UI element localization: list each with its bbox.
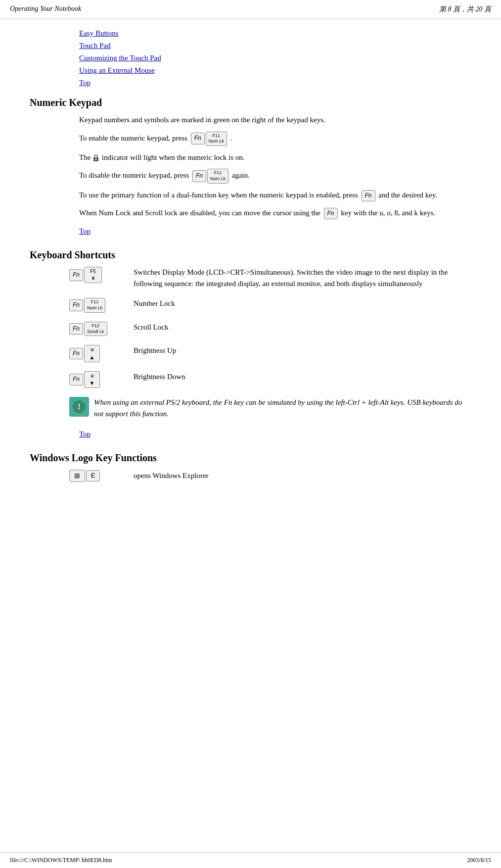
fn-key-cursor: Fn (324, 208, 338, 220)
header-page: 第 8 頁，共 20 頁 (439, 5, 491, 14)
shortcut-scroll-lock: Fn F12Scroll Lk Scroll Lock (69, 322, 471, 336)
f11-numlock-key: F11Num Lk (206, 132, 227, 146)
header: Operating Your Notebook 第 8 頁，共 20 頁 (0, 0, 501, 19)
footer: file:///C:\WINDOWS\TEMP\ hh0ED8.htm 2003… (0, 852, 501, 868)
shortcut-brightness-up: Fn ✳▲ Brightness Up (69, 345, 471, 362)
shortcut-scrolllock-keys: Fn F12Scroll Lk (69, 322, 129, 336)
note-icon: ! (69, 397, 89, 417)
shortcut-scrolllock-desc: Scroll Lock (134, 322, 168, 333)
numeric-keypad-para3: The indicator will light when the numeri… (79, 152, 471, 163)
fn-key-3: Fn (362, 190, 375, 202)
numeric-keypad-para5: To use the primary function of a dual-fu… (79, 190, 471, 201)
fn-f11-key-disable: Fn F11Num Lk (192, 169, 228, 183)
toc-link-touch-pad[interactable]: Touch Pad (79, 42, 471, 50)
top-link-keyboard[interactable]: Top (79, 430, 91, 438)
toc-link-top-1[interactable]: Top (79, 79, 471, 87)
fn-key-2: Fn (192, 170, 206, 182)
numeric-keypad-section: Numeric Keypad Keypad numbers and symbol… (30, 97, 471, 240)
f11-numlock-key-2: F11Num Lk (207, 169, 228, 183)
keyboard-note-row: ! When using an external PS/2 keyboard, … (69, 397, 471, 419)
shortcut-display-mode: Fn F5🖥 Switches Display Mode (LCD->CRT->… (69, 267, 471, 289)
shortcut-display-desc: Switches Display Mode (LCD->CRT->Simulta… (134, 267, 471, 289)
shortcut-numlock-keys: Fn F11Num Lk (69, 298, 129, 312)
numeric-keypad-title: Numeric Keypad (30, 97, 471, 108)
numeric-keypad-para6: When Num Lock and Scroll lock are disabl… (79, 207, 471, 219)
fn-key-s4: Fn (69, 348, 83, 360)
footer-date: 2003/8/15 (467, 857, 491, 864)
e-key: E (86, 470, 100, 482)
f5-key: F5🖥 (84, 267, 102, 283)
lock-icon (92, 154, 99, 162)
svg-text:!: ! (78, 402, 80, 411)
shortcut-bup-desc: Brightness Up (134, 345, 176, 356)
shortcut-brightness-down: Fn ✳▼ Brightness Down (69, 371, 471, 388)
numeric-keypad-para2: To enable the numeric keypad, press Fn F… (79, 132, 471, 146)
shortcut-display-keys: Fn F5🖥 (69, 267, 129, 283)
fn-key-img: Fn (362, 190, 375, 202)
fn-key-s5: Fn (69, 374, 83, 386)
shortcut-num-lock: Fn F11Num Lk Number Lock (69, 298, 471, 312)
fn-key: Fn (191, 133, 205, 145)
brightness-down-key: ✳▼ (84, 371, 100, 388)
windows-logo-title: Windows Logo Key Functions (30, 452, 471, 464)
fn-f11-key-enable: Fn F11Num Lk (191, 132, 227, 146)
shortcut-bup-keys: Fn ✳▲ (69, 345, 129, 362)
footer-path: file:///C:\WINDOWS\TEMP\ hh0ED8.htm (10, 857, 112, 864)
f12-key: F12Scroll Lk (84, 322, 107, 336)
toc-link-external-mouse[interactable]: Using an External Mouse (79, 66, 471, 75)
keyboard-shortcuts-section: Keyboard Shortcuts Fn F5🖥 Switches Displ… (30, 249, 471, 442)
windows-key: ⊞ (69, 470, 85, 482)
toc-link-easy-buttons[interactable]: Easy Buttons (79, 29, 471, 38)
toc-links: Easy Buttons Touch Pad Customizing the T… (79, 29, 471, 87)
fn-key-4: Fn (324, 208, 338, 220)
fn-key-s2: Fn (69, 299, 83, 311)
f11-key-s2: F11Num Lk (84, 298, 105, 312)
numeric-keypad-para1: Keypad numbers and symbols are marked in… (79, 114, 471, 126)
shortcut-bdown-keys: Fn ✳▼ (69, 371, 129, 388)
fn-key-s1: Fn (69, 269, 83, 281)
header-title: Operating Your Notebook (10, 5, 81, 14)
shortcut-bdown-desc: Brightness Down (134, 371, 185, 383)
top-link-numeric[interactable]: Top (79, 227, 91, 236)
brightness-up-key: ✳▲ (84, 345, 100, 362)
win-explorer-desc: opens Windows Explorer (134, 472, 209, 480)
shortcut-numlock-desc: Number Lock (134, 298, 175, 309)
keyboard-note-desc: When using an external PS/2 keyboard, th… (94, 397, 471, 419)
win-explorer-row: ⊞ E opens Windows Explorer (69, 470, 471, 482)
toc-link-customizing[interactable]: Customizing the Touch Pad (79, 54, 471, 62)
svg-point-1 (95, 159, 97, 160)
numeric-keypad-para4: To disable the numeric keypad, press Fn … (79, 169, 471, 183)
windows-logo-section: Windows Logo Key Functions ⊞ E opens Win… (30, 452, 471, 482)
note-svg: ! (72, 400, 86, 414)
fn-key-s3: Fn (69, 323, 83, 335)
keyboard-shortcuts-title: Keyboard Shortcuts (30, 249, 471, 261)
win-explorer-keys: ⊞ E (69, 470, 129, 482)
